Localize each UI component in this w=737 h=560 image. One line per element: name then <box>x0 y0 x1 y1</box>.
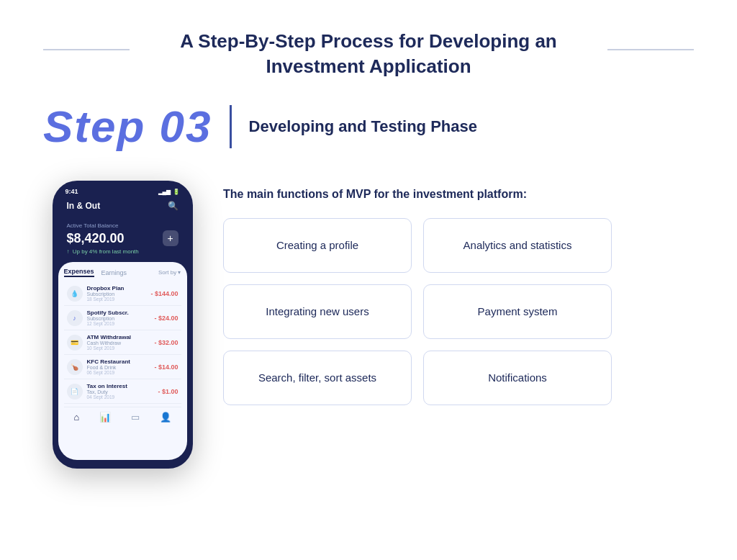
tx-amount: - $1.00 <box>158 388 178 395</box>
phone-time: 9:41 <box>65 188 78 195</box>
tx-info-kfc: KFC Restaurant Food & Drink 06 Sept 2019 <box>87 358 155 375</box>
phone-body: Expenses Earnings Sort by ▾ 💧 Dropbox Pl… <box>58 262 187 460</box>
phone-mockup: 9:41 ▂▄▆ 🔋 In & Out 🔍 Active Total Balan… <box>53 181 193 469</box>
page: A Step-By-Step Process for Developing an… <box>0 0 737 560</box>
tx-amount: - $24.00 <box>154 315 178 322</box>
tx-name: Dropbox Plan <box>87 285 151 292</box>
tx-name: ATM Withdrawal <box>87 334 155 340</box>
tx-info-spotify: Spotify Subscr. Subscription 12 Sept 201… <box>87 310 155 326</box>
phone-search-icon[interactable]: 🔍 <box>168 201 178 211</box>
sort-dropdown[interactable]: Sort by ▾ <box>158 269 181 276</box>
phone-bottom-nav: ⌂ 📊 ▭ 👤 <box>64 407 181 424</box>
tx-icon-tax: 📄 <box>67 384 83 399</box>
nav-chart-icon[interactable]: 📊 <box>99 412 111 423</box>
feature-card-creating-profile: Creating a profile <box>223 218 412 273</box>
feature-label-notifications: Notifications <box>488 371 547 384</box>
tx-date: 10 Sept 2019 <box>87 346 155 351</box>
tx-info-dropbox: Dropbox Plan Subscription 18 Sept 2019 <box>87 285 151 302</box>
tx-category: Cash Withdraw <box>87 340 155 346</box>
tx-date: 12 Sept 2019 <box>87 321 155 326</box>
tx-amount: - $32.00 <box>154 339 178 346</box>
feature-label-payment-system: Payment system <box>478 305 558 317</box>
table-row: 🍗 KFC Restaurant Food & Drink 06 Sept 20… <box>64 355 181 379</box>
feature-label-integrating-users: Integrating new users <box>266 305 368 317</box>
tx-icon-atm: 💳 <box>67 335 83 351</box>
nav-profile-icon[interactable]: 👤 <box>160 412 171 423</box>
main-content: 9:41 ▂▄▆ 🔋 In & Out 🔍 Active Total Balan… <box>43 181 694 469</box>
tx-name: Spotify Subscr. <box>87 310 155 316</box>
phone-balance-row: $8,420.00 + <box>67 230 178 246</box>
phone-balance-section: Active Total Balance $8,420.00 + ↑ Up by… <box>58 218 187 262</box>
feature-label-analytics: Analytics and statistics <box>464 239 572 251</box>
table-row: 💳 ATM Withdrawal Cash Withdraw 10 Sept 2… <box>64 330 181 355</box>
header-title: A Step-By-Step Process for Developing an… <box>43 29 694 79</box>
header-line-left <box>43 49 130 50</box>
mvp-title: The main functions of MVP for the invest… <box>223 188 694 201</box>
feature-label-creating-profile: Creating a profile <box>276 239 358 251</box>
phone-app-header: In & Out 🔍 <box>58 198 187 214</box>
tx-icon-dropbox: 💧 <box>67 286 83 302</box>
phone-add-button[interactable]: + <box>163 230 178 246</box>
header-line-right <box>607 49 694 50</box>
tx-info-tax: Tax on Interest Tax, Duty 04 Sept 2019 <box>87 383 158 399</box>
feature-card-analytics: Analytics and statistics <box>423 218 612 273</box>
table-row: 💧 Dropbox Plan Subscription 18 Sept 2019… <box>64 281 181 306</box>
feature-card-integrating-users: Integrating new users <box>223 284 412 339</box>
phone-tabs: Expenses Earnings Sort by ▾ <box>64 268 181 277</box>
tx-category: Food & Drink <box>87 365 155 370</box>
features-grid: Creating a profile Analytics and statist… <box>223 218 612 405</box>
tx-info-atm: ATM Withdrawal Cash Withdraw 10 Sept 201… <box>87 334 155 351</box>
tx-category: Subscription <box>87 292 151 297</box>
step-label: Step 03 <box>43 101 212 152</box>
tx-date: 18 Sept 2019 <box>87 297 151 302</box>
phone-signal-icons: ▂▄▆ 🔋 <box>158 189 180 195</box>
nav-home-icon[interactable]: ⌂ <box>73 412 79 423</box>
tab-expenses[interactable]: Expenses <box>64 268 94 277</box>
step-subtitle: Developing and Testing Phase <box>249 117 477 136</box>
tx-icon-spotify: ♪ <box>67 310 83 326</box>
feature-card-notifications: Notifications <box>423 351 612 405</box>
table-row: 📄 Tax on Interest Tax, Duty 04 Sept 2019… <box>64 379 181 404</box>
arrow-up-icon: ↑ <box>67 248 70 255</box>
table-row: ♪ Spotify Subscr. Subscription 12 Sept 2… <box>64 306 181 330</box>
phone-balance-amount: $8,420.00 <box>67 231 125 246</box>
feature-card-payment-system: Payment system <box>423 284 612 339</box>
phone-container: 9:41 ▂▄▆ 🔋 In & Out 🔍 Active Total Balan… <box>43 181 202 469</box>
tx-amount: - $144.00 <box>150 290 178 297</box>
tx-name: KFC Restaurant <box>87 358 155 365</box>
phone-balance-label: Active Total Balance <box>67 222 178 229</box>
tx-date: 06 Sept 2019 <box>87 370 155 375</box>
tx-amount: - $14.00 <box>154 363 178 371</box>
tx-icon-kfc: 🍗 <box>67 359 83 375</box>
tab-earnings[interactable]: Earnings <box>101 269 127 276</box>
phone-growth-indicator: ↑ Up by 4% from last month <box>67 248 178 255</box>
step-section: Step 03 Developing and Testing Phase <box>43 101 694 159</box>
phone-app-title: In & Out <box>67 201 101 211</box>
feature-label-search-filter: Search, filter, sort assets <box>258 371 376 384</box>
nav-card-icon[interactable]: ▭ <box>131 412 140 423</box>
tx-name: Tax on Interest <box>87 383 158 389</box>
feature-card-search-filter: Search, filter, sort assets <box>223 351 412 405</box>
header: A Step-By-Step Process for Developing an… <box>43 29 694 79</box>
right-content: The main functions of MVP for the invest… <box>223 181 694 405</box>
tx-category: Tax, Duty <box>87 389 158 394</box>
tx-date: 04 Sept 2019 <box>87 394 158 399</box>
step-divider <box>230 105 232 148</box>
phone-status-bar: 9:41 ▂▄▆ 🔋 <box>58 188 187 195</box>
tx-category: Subscription <box>87 316 155 321</box>
